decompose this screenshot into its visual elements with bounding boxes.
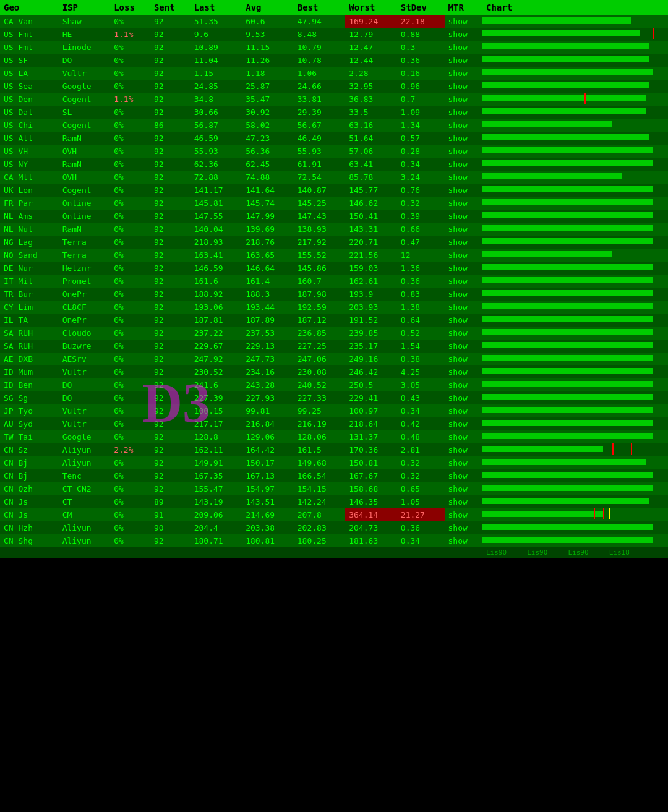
cell-isp: Online: [59, 210, 111, 223]
cell-worst: 63.41: [345, 158, 397, 171]
cell-avg: 161.4: [242, 275, 294, 288]
cell-isp: CT CN2: [59, 482, 111, 495]
cell-mtr[interactable]: show: [445, 469, 482, 482]
cell-chart: [482, 67, 668, 80]
cell-last: 193.06: [191, 301, 242, 314]
cell-mtr[interactable]: show: [445, 430, 482, 443]
cell-sent: 92: [150, 482, 191, 495]
cell-mtr[interactable]: show: [445, 275, 482, 288]
cell-best: 227.33: [294, 391, 346, 404]
cell-mtr[interactable]: show: [445, 54, 482, 67]
cell-stdev: 2.81: [397, 443, 445, 456]
cell-loss: 0%: [110, 495, 150, 508]
cell-best: 166.54: [294, 469, 346, 482]
cell-mtr[interactable]: show: [445, 404, 482, 417]
cell-chart: [482, 288, 668, 301]
cell-mtr[interactable]: show: [445, 93, 482, 106]
cell-last: 1.15: [191, 67, 242, 80]
cell-sent: 90: [150, 521, 191, 534]
cell-best: 180.25: [294, 534, 346, 547]
cell-loss: 0%: [110, 197, 150, 210]
col-last: Last: [191, 0, 242, 15]
cell-mtr[interactable]: show: [445, 106, 482, 119]
cell-best: 56.67: [294, 119, 346, 132]
cell-isp: Vultr: [59, 67, 111, 80]
cell-last: 180.71: [191, 534, 242, 547]
cell-sent: 92: [150, 171, 191, 184]
table-row: FR Par Online 0% 92 145.81 145.74 145.25…: [0, 197, 668, 210]
cell-stdev: 0.39: [397, 210, 445, 223]
cell-mtr[interactable]: show: [445, 443, 482, 456]
cell-mtr[interactable]: show: [445, 145, 482, 158]
cell-mtr[interactable]: show: [445, 67, 482, 80]
cell-last: 34.8: [191, 93, 242, 106]
cell-mtr[interactable]: show: [445, 262, 482, 275]
cell-mtr[interactable]: show: [445, 340, 482, 353]
cell-mtr[interactable]: show: [445, 417, 482, 430]
cell-geo: NO Sand: [0, 249, 59, 262]
chart-bar: [482, 472, 653, 478]
cell-mtr[interactable]: show: [445, 288, 482, 301]
cell-stdev: 1.36: [397, 262, 445, 275]
cell-sent: 92: [150, 314, 191, 327]
chart-bar: [482, 69, 653, 75]
cell-mtr[interactable]: show: [445, 15, 482, 28]
cell-mtr[interactable]: show: [445, 365, 482, 378]
cell-worst: 145.77: [345, 184, 397, 197]
cell-geo: CA Mtl: [0, 171, 59, 184]
cell-last: 237.22: [191, 327, 242, 340]
cell-mtr[interactable]: show: [445, 158, 482, 171]
cell-loss: 0%: [110, 119, 150, 132]
cell-chart: [482, 417, 668, 430]
cell-mtr[interactable]: show: [445, 119, 482, 132]
table-row: US Fmt Linode 0% 92 10.89 11.15 10.79 12…: [0, 41, 668, 54]
cell-mtr[interactable]: show: [445, 28, 482, 41]
cell-mtr[interactable]: show: [445, 41, 482, 54]
cell-avg: 141.64: [242, 184, 294, 197]
cell-mtr[interactable]: show: [445, 223, 482, 236]
cell-stdev: 0.88: [397, 28, 445, 41]
footer-labels: Lis90 Lis90 Lis90 Lis18: [482, 547, 668, 558]
cell-chart: [482, 28, 668, 41]
cell-mtr[interactable]: show: [445, 495, 482, 508]
cell-last: 163.41: [191, 249, 242, 262]
cell-mtr[interactable]: show: [445, 80, 482, 93]
cell-stdev: 0.83: [397, 288, 445, 301]
cell-mtr[interactable]: show: [445, 327, 482, 340]
table-row: SA RUH Buzwre 0% 92 229.67 229.13 227.25…: [0, 340, 668, 353]
cell-mtr[interactable]: show: [445, 301, 482, 314]
cell-mtr[interactable]: show: [445, 236, 482, 249]
cell-chart: [482, 249, 668, 262]
cell-mtr[interactable]: show: [445, 197, 482, 210]
cell-geo: ID Ben: [0, 378, 59, 391]
cell-stdev: 0.76: [397, 184, 445, 197]
cell-stdev: 0.66: [397, 223, 445, 236]
cell-mtr[interactable]: show: [445, 391, 482, 404]
cell-geo: ID Mum: [0, 365, 59, 378]
cell-mtr[interactable]: show: [445, 482, 482, 495]
cell-mtr[interactable]: show: [445, 378, 482, 391]
cell-mtr[interactable]: show: [445, 171, 482, 184]
cell-best: 46.49: [294, 132, 346, 145]
cell-mtr[interactable]: show: [445, 456, 482, 469]
cell-mtr[interactable]: show: [445, 314, 482, 327]
cell-mtr[interactable]: show: [445, 353, 482, 365]
cell-sent: 92: [150, 54, 191, 67]
cell-mtr[interactable]: show: [445, 249, 482, 262]
cell-mtr[interactable]: show: [445, 184, 482, 197]
chart-bar: [482, 537, 653, 543]
cell-mtr[interactable]: show: [445, 521, 482, 534]
cell-loss: 0%: [110, 67, 150, 80]
cell-avg: 216.84: [242, 417, 294, 430]
cell-chart: [482, 340, 668, 353]
chart-bar: [482, 381, 653, 387]
chart-bar: [482, 407, 653, 413]
chart-bar: [482, 30, 640, 36]
cell-mtr[interactable]: show: [445, 508, 482, 521]
cell-stdev: 0.32: [397, 469, 445, 482]
cell-mtr[interactable]: show: [445, 132, 482, 145]
cell-geo: CN Hzh: [0, 521, 59, 534]
cell-mtr[interactable]: show: [445, 210, 482, 223]
cell-mtr[interactable]: show: [445, 534, 482, 547]
cell-best: 207.8: [294, 508, 346, 521]
